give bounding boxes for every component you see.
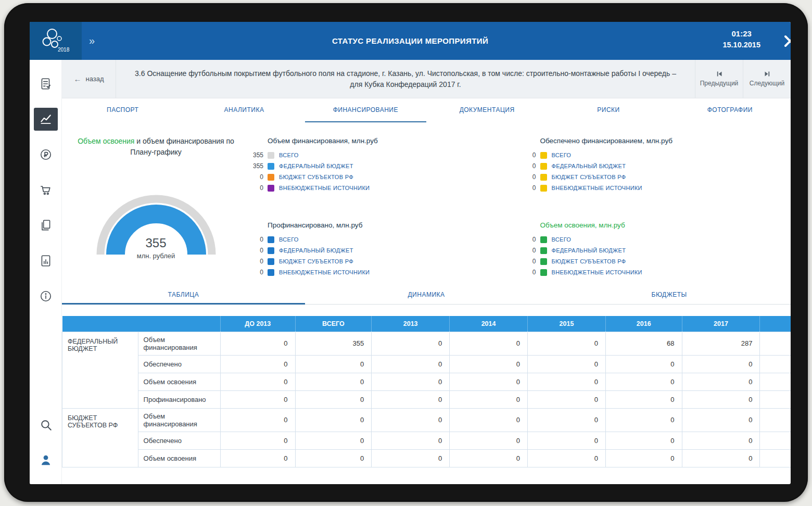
- sidebar-item-passport[interactable]: [34, 72, 58, 95]
- finance-table: ДО 2013ВСЕГО201320142015201620172018 ФЕД…: [62, 316, 791, 467]
- subtab-dynamics[interactable]: ДИНАМИКА: [305, 285, 548, 304]
- financing-charts: Объем освоения и объем финансирования по…: [62, 122, 791, 285]
- value-cell: 0: [605, 390, 682, 408]
- value-cell: 0: [682, 390, 760, 408]
- value-cell: 0: [295, 449, 372, 467]
- table-row: Обеспечено00000000: [62, 355, 791, 373]
- gauge-panel: Объем освоения и объем финансирования по…: [66, 136, 246, 285]
- clock: 01:23 15.10.2015: [722, 28, 760, 50]
- next-event-button[interactable]: Следующий: [743, 60, 791, 98]
- tab-passport[interactable]: ПАСПОРТ: [62, 98, 183, 122]
- value-cell: 0: [760, 390, 791, 408]
- gauge-unit: млн. рублей: [88, 252, 224, 260]
- legend-item: 0БЮДЖЕТ СУБЪЕКТОВ РФ: [246, 173, 518, 181]
- value-cell: 0: [682, 432, 760, 449]
- value-cell: 0: [450, 373, 528, 390]
- legend-value: 0: [518, 151, 536, 159]
- value-cell: 68: [605, 332, 682, 355]
- value-cell: 0: [682, 355, 760, 373]
- legend-item: 0ВНЕБЮДЖЕТНЫЕ ИСТОЧНИКИ: [518, 269, 791, 276]
- legend-group-title: Обеспечено финансированием, млн.руб: [540, 137, 791, 145]
- gauge-text: 355 млн. рублей: [88, 236, 224, 260]
- skip-next-icon: [764, 71, 770, 77]
- sidebar-item-documents[interactable]: [34, 214, 58, 237]
- metric-cell: Объем освоения: [138, 449, 220, 467]
- value-cell: 0: [295, 373, 372, 390]
- value-cell: 0: [450, 432, 528, 449]
- header-year-cell: 2018: [760, 316, 791, 332]
- legend-label: ВНЕБЮДЖЕТНЫЕ ИСТОЧНИКИ: [279, 185, 370, 191]
- value-cell: 0: [760, 355, 791, 373]
- tab-documentation[interactable]: ДОКУМЕНТАЦИЯ: [426, 98, 548, 122]
- sidebar-item-info[interactable]: [34, 285, 58, 308]
- value-cell: 0: [528, 408, 606, 432]
- legend-value: 0: [518, 184, 536, 192]
- legend-swatch-icon: [268, 163, 274, 170]
- gauge-value: 355: [88, 236, 224, 250]
- value-cell: 0: [372, 390, 450, 408]
- legend-item: 355ВСЕГО: [246, 151, 518, 159]
- value-cell: 0: [295, 390, 372, 408]
- previous-event-button[interactable]: Предыдущий: [695, 60, 743, 98]
- info-icon: [39, 289, 53, 303]
- tab-analytics[interactable]: АНАЛИТИКА: [183, 98, 304, 122]
- value-cell: 0: [528, 332, 606, 355]
- tab-risks[interactable]: РИСКИ: [548, 98, 669, 122]
- subtab-table[interactable]: ТАБЛИЦА: [62, 285, 305, 304]
- legend-group-title: Профинансировано, млн.руб: [268, 221, 518, 229]
- app-screen: 2018 » СТАТУС РЕАЛИЗАЦИИ МЕРОПРИЯТИЙ 01:…: [30, 22, 791, 484]
- tab-financing[interactable]: ФИНАНСИРОВАНИЕ: [305, 98, 426, 122]
- metric-cell: Профинансировано: [138, 390, 220, 408]
- legend-swatch-icon: [540, 174, 547, 181]
- table-row: Объем освоения00000000: [62, 373, 791, 390]
- value-cell: 0: [760, 332, 791, 355]
- value-cell: 0: [221, 332, 295, 355]
- legend-swatch-icon: [268, 236, 274, 243]
- legend-item: 0ФЕДЕРАЛЬНЫЙ БЮДЖЕТ: [246, 247, 518, 254]
- legend-group-absorption: Объем освоения, млн.руб 0ВСЕГО0ФЕДЕРАЛЬН…: [518, 221, 791, 280]
- legend-swatch-icon: [268, 174, 274, 181]
- value-cell: 0: [450, 332, 528, 355]
- sidebar-item-financing[interactable]: [34, 143, 58, 166]
- metric-cell: Обеспечено: [138, 432, 220, 449]
- tablet-bezel: 2018 » СТАТУС РЕАЛИЗАЦИИ МЕРОПРИЯТИЙ 01:…: [4, 3, 808, 502]
- value-cell: 0: [221, 355, 295, 373]
- metric-cell: Объем финансирования: [138, 408, 220, 432]
- value-cell: 0: [450, 408, 528, 432]
- budget-category-cell: БЮДЖЕТ СУБЪЕКТОВ РФ: [62, 408, 138, 467]
- sidebar-item-search[interactable]: [34, 413, 58, 436]
- table-row: Профинансировано00000000: [62, 390, 791, 408]
- ruble-icon: [39, 148, 53, 161]
- legend-label: ВСЕГО: [552, 152, 572, 158]
- sidebar-item-profile[interactable]: [34, 449, 58, 472]
- metric-cell: Объем финансирования: [138, 332, 220, 355]
- legend-swatch-icon: [268, 152, 274, 159]
- table-row: Обеспечено00000000: [62, 432, 791, 449]
- event-header: ← назад 3.6 Оснащение футбольным покрыти…: [62, 60, 791, 98]
- legend-item: 0ФЕДЕРАЛЬНЫЙ БЮДЖЕТ: [518, 162, 791, 170]
- value-cell: 0: [372, 432, 450, 449]
- back-button[interactable]: ← назад: [62, 60, 116, 98]
- legend-value: 0: [246, 236, 263, 243]
- legend-label: ФЕДЕРАЛЬНЫЙ БЮДЖЕТ: [279, 163, 353, 169]
- gauge-title: Объем освоения и объем финансирования по…: [75, 136, 237, 158]
- sidebar-item-reports[interactable]: [34, 249, 58, 272]
- legend-list: 0ВСЕГО0ФЕДЕРАЛЬНЫЙ БЮДЖЕТ0БЮДЖЕТ СУБЪЕКТ…: [518, 236, 791, 276]
- close-icon[interactable]: [783, 34, 791, 50]
- finance-table-wrap: ДО 2013ВСЕГО201320142015201620172018 ФЕД…: [62, 316, 791, 484]
- value-cell: 355: [295, 332, 372, 355]
- sidebar-item-analytics[interactable]: [34, 108, 58, 131]
- legend-label: ВСЕГО: [279, 152, 299, 158]
- content: ← назад 3.6 Оснащение футбольным покрыти…: [62, 60, 791, 484]
- header-blank-cell: [62, 316, 221, 332]
- table-row: Объем освоения00000000: [62, 449, 791, 467]
- tab-photos[interactable]: ФОТОГРАФИИ: [669, 98, 791, 122]
- legend-value: 0: [518, 162, 536, 170]
- value-cell: 0: [221, 390, 295, 408]
- legend-value: 0: [246, 258, 263, 265]
- legend-label: БЮДЖЕТ СУБЪЕКТОВ РФ: [279, 174, 353, 180]
- legend-swatch-icon: [540, 247, 547, 254]
- sidebar-item-procurement[interactable]: [34, 179, 58, 201]
- legend-item: 0БЮДЖЕТ СУБЪЕКТОВ РФ: [518, 258, 791, 265]
- subtab-budgets[interactable]: БЮДЖЕТЫ: [548, 285, 791, 304]
